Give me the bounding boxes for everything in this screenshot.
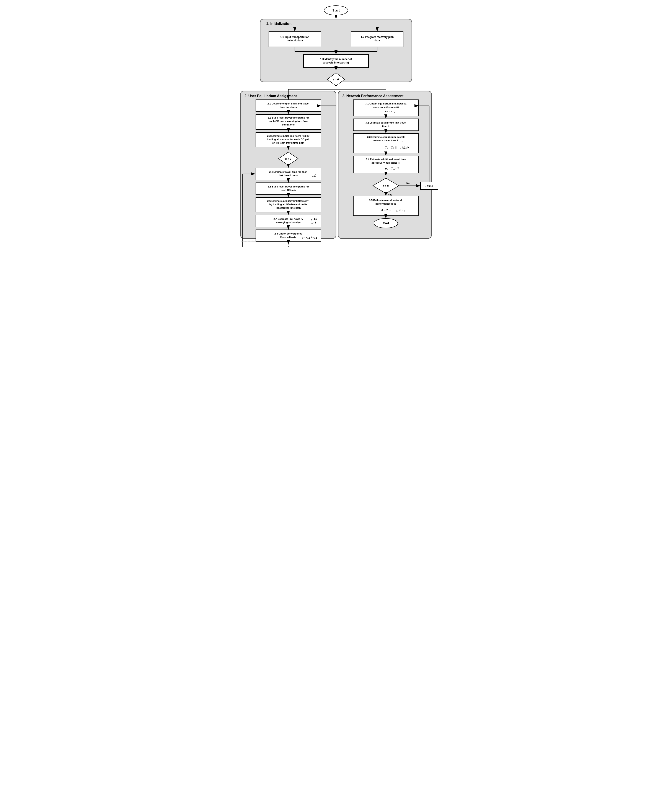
box-2-8-sub-a2: a-1	[307, 237, 310, 239]
box-2-4-text-2: link based on (v	[279, 174, 298, 177]
diamond-i0-label: i = 0	[333, 78, 339, 81]
box-1-1-text-2: network data	[287, 39, 303, 42]
box-2-7-text-3: averaging (v*) and (v	[276, 221, 301, 224]
box-3-1-text-2: recovery milestone (i)	[373, 106, 399, 108]
diamond-in-label: i = n	[383, 184, 389, 187]
box-3-4-text-1: 3.4 Estimate additional travel time	[366, 158, 406, 161]
box-2-7-text-4: )	[315, 221, 316, 224]
box-2-2-text-1: 2.2 Build least travel time paths for	[268, 117, 309, 119]
box-2-6-text-2: by loading all OD demand on its	[269, 203, 307, 206]
box-2-8-text-3: – v	[304, 236, 307, 238]
box-2-5-text-1: 2.5 Build least travel time paths for	[268, 185, 309, 188]
box-1-3-text-1: 1.3 Identify the number of	[320, 58, 352, 61]
box-i-incr-label: i = i+1	[426, 184, 433, 187]
box-3-4-text-2: at recovery milestone (i)	[371, 162, 400, 164]
box-1-1-text-1: 1.1 Input transportation	[280, 35, 309, 38]
box-3-5-formula2: × h	[399, 209, 403, 212]
box-2-8-text-4: )/v	[311, 236, 314, 238]
box-2-4-paren: )	[315, 174, 316, 177]
box-1-3-text-2: analysis intervals (n)	[323, 61, 349, 64]
box-3-1-eq: = v	[389, 110, 393, 113]
diamond-eps	[274, 247, 302, 247]
box-3-3-formula2: = Σ ∫ tt	[389, 146, 397, 149]
box-2-8-sub-a3: a-1	[314, 237, 317, 239]
box-2-4-text-1: 2.4 Estimate travel time for each	[269, 171, 307, 173]
box-3-5-formula: P = Σ p	[381, 209, 390, 212]
box-2-4-subscript: a-1	[312, 175, 315, 177]
box-3-4-formula2: = T	[389, 167, 393, 170]
box-2-7-text-2: ) by	[313, 217, 317, 220]
box-2-6-text-3: least travel time path	[276, 206, 301, 209]
box-2-8-text-2: Error = Max(v	[280, 236, 296, 238]
box-3-4-formula3: – T	[395, 167, 399, 170]
box-3-5-text-1: 3.5 Estimate overall network	[369, 199, 403, 201]
box-2-2-text-3: conditions	[282, 123, 294, 126]
box-3-1-sub-a: a	[394, 111, 395, 114]
init-title: 1. Initialization	[266, 22, 291, 26]
flowchart: Start 1. Initialization 1.1 Input transp…	[238, 4, 434, 243]
ue-title: 2. User Equilibrium Assignment	[245, 94, 297, 98]
box-2-1-text-1: 2.1 Determine open links and travel	[267, 102, 309, 105]
box-2-1-text-2: time functions	[280, 106, 297, 108]
box-2-8-text-1: 2.8 Check convergence	[274, 232, 302, 235]
box-3-2-text-2: time tt	[382, 125, 390, 128]
yes-label-in: Yes	[388, 194, 392, 196]
watermark: ihedifyingthinkmaks.co	[241, 240, 256, 242]
box-1-2-text-2: data	[374, 39, 380, 42]
box-3-3-text-2: network travel time T	[373, 139, 398, 142]
no-label-in: No	[406, 182, 410, 184]
box-2-7-text-1: 2.7 Estimate link flows (v	[274, 217, 303, 220]
npa-title: 3. Network Performance Assessment	[342, 94, 404, 98]
diamond-a1-label: a = 1	[285, 157, 291, 160]
box-2-2-text-2: each OD pair assuming free flow	[269, 120, 307, 122]
box-2-3-text-1: 2.3 Estimate initial link flows (v₀) by	[267, 134, 310, 137]
box-2-7-sub-a2: a-1	[312, 222, 314, 224]
box-3-4-formula: p	[385, 167, 387, 170]
start-label: Start	[332, 8, 340, 12]
init-section-box	[260, 19, 412, 82]
box-3-3-formula3: (y).dy	[402, 146, 409, 149]
box-3-2-text-1: 3.2 Estimate equilibrium link travel	[365, 122, 406, 124]
box-2-5-text-2: each OD pair	[281, 189, 296, 191]
box-2-3-text-2: loading all demand for each OD pair	[267, 138, 310, 141]
box-3-4-sub-0: 0	[394, 168, 395, 171]
box-3-5-text-2: performance loss	[376, 202, 396, 205]
box-3-1-text-1: 3.1 Obtain equilibrium link flows at	[365, 102, 406, 105]
box-2-6-text-1: 2.6 Estimate auxiliary link flows (v*)	[267, 200, 309, 202]
box-2-3-text-3: on its least travel time path	[272, 142, 304, 144]
box-1-2-text-1: 1.2 Integrate recovery plan	[361, 35, 394, 38]
box-3-3-text-1: 3.3 Estimate equilibrium overall	[367, 136, 405, 138]
end-label: End	[383, 221, 389, 225]
box-3-5-sub: i-1	[396, 210, 398, 213]
